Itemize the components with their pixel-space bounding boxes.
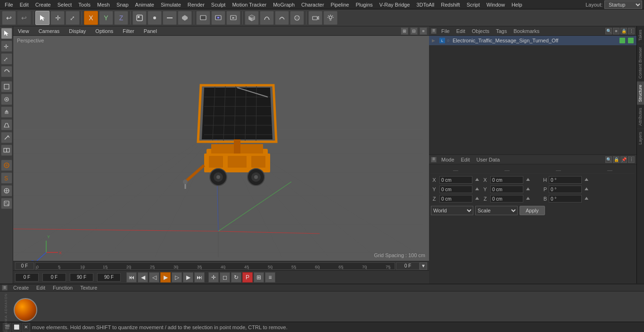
attr-userdata-btn[interactable]: User Data (475, 156, 502, 163)
coord-spinner-z[interactable] (474, 196, 480, 202)
coord-h-val[interactable] (549, 176, 582, 184)
attr-more-btn[interactable]: ⋮ (628, 156, 635, 163)
timeline-ruler[interactable]: 0 5 10 15 20 25 30 (35, 262, 395, 270)
bed-function-btn[interactable]: Function (51, 284, 74, 291)
obj-objects-btn[interactable]: Objects (470, 28, 491, 34)
render-preview-button[interactable] (196, 11, 210, 25)
coord-spinner-h[interactable] (584, 177, 589, 183)
texture-tool[interactable] (1, 198, 12, 209)
menu-redshift[interactable]: Redshift (438, 1, 462, 8)
obj-file-btn[interactable]: File (439, 28, 452, 34)
spline-button[interactable] (260, 11, 274, 25)
select-tool[interactable] (1, 28, 12, 39)
viewport-menu-view[interactable]: View (15, 28, 32, 34)
menu-mograph[interactable]: MoGraph (270, 1, 297, 8)
next-frame-button[interactable]: ▶ (183, 272, 193, 283)
menu-character[interactable]: Character (298, 1, 327, 8)
cube-button[interactable] (245, 11, 259, 25)
timeline-end-frame[interactable]: 0 F (396, 262, 420, 270)
coord-z-rot[interactable] (490, 195, 523, 202)
coord-apply-button[interactable]: Apply (520, 206, 545, 215)
extrude-tool[interactable] (1, 106, 12, 118)
scale-tool[interactable]: ⤢ (1, 53, 12, 65)
menu-animate[interactable]: Animate (132, 1, 157, 8)
side-tab-takes[interactable]: Takes (637, 26, 644, 44)
main-viewport[interactable]: X Y Z Perspective (13, 36, 429, 261)
bed-edit-btn[interactable]: Edit (34, 284, 47, 291)
side-tab-attributes[interactable]: Attributes (637, 105, 644, 129)
menu-select[interactable]: Select (55, 1, 75, 8)
prev-frame-button[interactable]: ◀ (138, 272, 148, 283)
timeline-ruler-bar[interactable]: 0 F 0 5 10 15 20 (13, 261, 429, 270)
start-frame-field[interactable] (42, 273, 66, 282)
coord-y-pos[interactable] (439, 186, 472, 193)
play-forward-button[interactable]: ▶ (160, 272, 171, 283)
viewport-menu-panel[interactable]: Panel (141, 28, 160, 34)
light-button[interactable] (323, 11, 338, 25)
preview-button[interactable]: ⊞ (254, 272, 264, 283)
obj-filter-btn[interactable]: ≡ (613, 28, 619, 34)
menu-pipeline[interactable]: Pipeline (328, 1, 352, 8)
vp-ctrl-link[interactable]: ⊟ (410, 27, 418, 35)
attr-edit-btn[interactable]: Edit (459, 156, 472, 163)
obj-edit-btn[interactable]: Edit (454, 28, 467, 34)
end-frame-field-2[interactable] (97, 273, 121, 282)
object-row[interactable]: ▶ L ○ Electronic_Traffic_Message_Sign_Tu… (429, 36, 636, 45)
coord-p-val[interactable] (549, 186, 582, 193)
viewport-menu-display[interactable]: Display (66, 28, 89, 34)
menu-sculpt[interactable]: Sculpt (208, 1, 229, 8)
undo-button[interactable]: ↩ (2, 11, 16, 25)
side-tab-layers[interactable]: Layers (637, 129, 644, 147)
obj-expand-icon[interactable]: ▶ (432, 38, 438, 43)
menu-snap[interactable]: Snap (114, 1, 132, 8)
viewport-menu-filter[interactable]: Filter (120, 28, 137, 34)
coord-x-rot[interactable] (490, 176, 523, 184)
move-tool[interactable]: ✛ (1, 40, 12, 52)
menu-script[interactable]: Script (464, 1, 483, 8)
status-close-icon[interactable]: ✕ (22, 323, 30, 332)
axis-y-button[interactable]: Y (99, 11, 113, 25)
vp-ctrl-settings[interactable]: ≡ (420, 27, 427, 35)
layout-dropdown[interactable]: Startup Standard (604, 0, 642, 9)
attr-pin-btn[interactable]: 📌 (620, 156, 627, 163)
point-mode-button[interactable] (148, 11, 162, 25)
move-button[interactable]: ✛ (50, 11, 65, 25)
bevel-tool[interactable] (1, 119, 12, 130)
obj-bookmarks-btn[interactable]: Bookmarks (512, 28, 541, 34)
auto-key-button[interactable]: ↻ (231, 272, 241, 283)
timeline-menu-btn[interactable]: ▼ (420, 262, 427, 270)
coord-spinner-b[interactable] (584, 196, 589, 202)
viewport-menu-options[interactable]: Options (92, 28, 116, 34)
next-key-button[interactable]: ▷ (172, 272, 182, 283)
loop-tool[interactable] (1, 145, 12, 156)
timeline-frame-zero[interactable]: 0 F (15, 262, 34, 270)
goto-first-frame-button[interactable]: ⏮ (126, 272, 137, 283)
status-viewport-icon[interactable]: ⬜ (12, 323, 21, 332)
magnet-tool[interactable] (1, 160, 12, 171)
render-active-button[interactable] (226, 11, 240, 25)
record-button[interactable]: P (242, 272, 253, 283)
side-tab-structure[interactable]: Structure (637, 81, 644, 105)
menu-help[interactable]: Help (509, 1, 525, 8)
select-mode-button[interactable] (35, 11, 50, 25)
menu-create[interactable]: Create (33, 1, 54, 8)
menu-file[interactable]: File (2, 1, 16, 8)
menu-window[interactable]: Window (484, 1, 508, 8)
menu-edit[interactable]: Edit (17, 1, 32, 8)
menu-3dtoall[interactable]: 3DToAll (413, 1, 437, 8)
menu-tools[interactable]: Tools (75, 1, 93, 8)
obj-visibility-dot[interactable] (619, 38, 625, 43)
coord-spinner-x[interactable] (474, 177, 480, 183)
obj-search-btn[interactable]: 🔍 (605, 28, 612, 34)
menu-motion-tracker[interactable]: Motion Tracker (229, 1, 269, 8)
coord-spinner-p[interactable] (584, 186, 589, 192)
normal-tool[interactable]: S (1, 172, 12, 184)
polygon-tool[interactable] (1, 81, 12, 92)
side-tab-content-browser[interactable]: Content Browser (637, 44, 644, 81)
coord-scale-select[interactable]: Scale (475, 206, 518, 215)
coord-world-select[interactable]: World Object (431, 206, 473, 215)
redo-button[interactable]: ↩ (17, 11, 31, 25)
obj-tags-btn[interactable]: Tags (494, 28, 509, 34)
menu-plugins[interactable]: Plugins (353, 1, 375, 8)
axis-z-button[interactable]: Z (114, 11, 128, 25)
